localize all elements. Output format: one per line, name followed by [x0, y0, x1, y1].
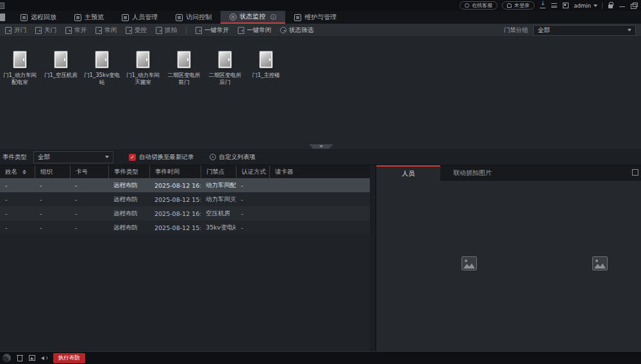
- panel-collapse-handle[interactable]: [309, 144, 333, 149]
- user-menu[interactable]: admin: [574, 3, 597, 9]
- door-control-button[interactable]: 常闭: [96, 26, 117, 35]
- table-cell: -: [236, 210, 269, 217]
- column-header[interactable]: 事件时间: [149, 165, 201, 178]
- lock-icon[interactable]: [607, 2, 614, 9]
- door-label: 二期区变电所前门: [165, 72, 203, 86]
- table-cell: -: [70, 224, 108, 231]
- status-filter-icon: [280, 27, 287, 33]
- menu-item[interactable]: 维护与管理: [285, 11, 345, 24]
- table-row[interactable]: ---远程布防2025-08-12 15:38:56动力车间灭...-: [0, 192, 370, 206]
- door-control-button[interactable]: 一键常开: [196, 26, 229, 35]
- table-scrollbar[interactable]: [370, 165, 376, 351]
- table-cell: 动力车间配...: [201, 181, 236, 190]
- table-cell: 远程布防: [108, 210, 149, 218]
- table-row[interactable]: ---远程布防2025-08-12 16:17:33动力车间配...-: [0, 178, 370, 192]
- tool-button-label: 抓拍: [165, 26, 177, 35]
- table-cell: 远程布防: [108, 224, 149, 232]
- detail-panel-tabs: 人员联动抓拍图片: [376, 165, 641, 181]
- door-icon: [13, 51, 26, 68]
- door-group-select[interactable]: 全部: [533, 25, 636, 36]
- column-header[interactable]: 事件类型: [108, 165, 149, 178]
- alarm-picture-icon[interactable]: [29, 354, 35, 361]
- column-header[interactable]: 卡号: [70, 165, 108, 178]
- custom-columns-button[interactable]: 自定义列表项: [210, 153, 256, 161]
- minimize-button[interactable]: [619, 2, 626, 9]
- cloud-icon: [507, 3, 512, 8]
- maximize-button[interactable]: [630, 2, 637, 9]
- app-window: 在线客服 未登录 admin 远程回放主预览人员管理访问控制状态监控×维护与管理…: [0, 0, 641, 364]
- auto-switch-checkbox-group[interactable]: ✓ 自动切换至最新记录: [129, 153, 194, 161]
- door-control-button[interactable]: 受控: [126, 26, 147, 35]
- close-icon[interactable]: ×: [271, 14, 276, 20]
- menu-item[interactable]: 主预览: [65, 11, 113, 24]
- table-cell: -: [0, 224, 35, 231]
- detail-tab[interactable]: 联动抓拍图片: [440, 165, 504, 181]
- door-item[interactable]: 门1_35kv变电站: [83, 51, 121, 86]
- column-header[interactable]: 读卡器: [269, 165, 308, 178]
- sort-desc-icon: [22, 172, 26, 174]
- table-row[interactable]: ---远程布防2025-08-12 16:17:20空压机房-: [0, 206, 370, 220]
- table-cell: -: [236, 182, 269, 189]
- table-cell: 远程布防: [108, 195, 149, 204]
- door-icon: [96, 51, 108, 68]
- menu-item[interactable]: 人员管理: [113, 11, 167, 24]
- app-logo-icon: [0, 3, 4, 9]
- arming-status-badge: 执行布防: [53, 353, 85, 363]
- detail-tab[interactable]: 人员: [376, 165, 440, 181]
- maintenance-icon: [294, 14, 301, 21]
- menu-item-label: 远程回放: [31, 13, 56, 22]
- table-cell: -: [35, 210, 70, 217]
- column-header[interactable]: 姓名: [0, 165, 35, 178]
- gear-icon: [210, 154, 216, 160]
- clear-alarm-icon[interactable]: [17, 354, 23, 361]
- username-label: admin: [574, 3, 591, 9]
- alarm-sound-icon[interactable]: [41, 354, 47, 361]
- screenshot-icon[interactable]: [562, 2, 569, 9]
- door-control-button[interactable]: 关门: [35, 26, 56, 35]
- tool-button-label: 常闭: [104, 26, 117, 35]
- menu-item[interactable]: 远程回放: [12, 11, 65, 24]
- nav-collapse-icon[interactable]: [0, 13, 5, 21]
- sort-icon[interactable]: [22, 170, 26, 174]
- detail-panel: 人员联动抓拍图片: [376, 165, 641, 351]
- app-status-logo-icon: [3, 354, 11, 362]
- divider: [602, 3, 603, 9]
- door-item[interactable]: 二期区变电所后门: [206, 51, 244, 86]
- cloud-login-button[interactable]: 未登录: [502, 1, 535, 10]
- door-item[interactable]: 二期区变电所前门: [165, 51, 203, 86]
- door-item[interactable]: 门1_空压机房: [42, 51, 79, 86]
- door-item[interactable]: 门1_主控楼: [247, 51, 285, 86]
- door-close-icon: [35, 27, 42, 34]
- event-type-select[interactable]: 全部: [33, 151, 113, 163]
- task-list-icon[interactable]: [551, 2, 558, 9]
- status-filter-button[interactable]: 状态筛选: [280, 26, 313, 35]
- table-cell: -: [236, 196, 269, 203]
- main-preview-icon: [74, 14, 81, 21]
- menu-item-label: 主预览: [85, 13, 104, 22]
- table-cell: -: [70, 182, 108, 189]
- custom-columns-label: 自定义列表项: [219, 153, 256, 161]
- door-control-button[interactable]: 开门: [5, 26, 26, 35]
- menu-item[interactable]: 状态监控×: [221, 11, 285, 24]
- checkbox-checked-icon[interactable]: ✓: [129, 154, 136, 161]
- event-type-value: 全部: [38, 153, 50, 161]
- menu-item[interactable]: 访问控制: [167, 11, 221, 24]
- table-cell: 2025-08-12 16:17:33: [149, 182, 201, 189]
- door-toolbar: 开门关门常开常闭受控抓拍 一键常开一键常闭状态筛选 门禁分组 全部: [0, 24, 641, 37]
- door-control-button[interactable]: 一键常闭: [238, 26, 271, 35]
- online-service-label: 在线客服: [472, 2, 492, 9]
- table-cell: -: [0, 210, 35, 217]
- door-icon: [219, 51, 231, 68]
- status-bar: 执行布防: [0, 351, 641, 364]
- column-header[interactable]: 认证方式: [236, 165, 269, 178]
- column-header[interactable]: 组织: [35, 165, 70, 178]
- table-row[interactable]: ---远程布防2025-08-12 15:29:5235kv变电站-: [0, 220, 370, 235]
- column-header[interactable]: 门禁点: [201, 165, 236, 178]
- door-item[interactable]: 门1_动力车间配电室: [1, 51, 38, 86]
- panel-expand-icon[interactable]: [632, 169, 638, 176]
- door-control-button[interactable]: 抓拍: [156, 26, 177, 35]
- download-icon[interactable]: [539, 2, 546, 9]
- door-item[interactable]: 门1_动力车间灭菌室: [124, 51, 162, 86]
- door-control-button[interactable]: 常开: [65, 26, 87, 35]
- online-service-button[interactable]: 在线客服: [460, 1, 497, 10]
